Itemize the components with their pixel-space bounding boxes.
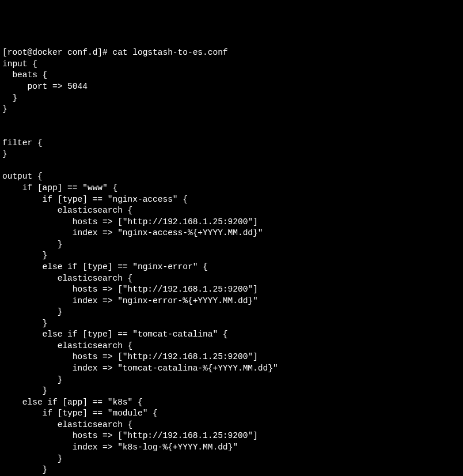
output-line: beats { — [2, 70, 461, 81]
output-line — [2, 115, 461, 127]
output-line: } — [2, 386, 461, 397]
output-line: hosts => ["http://192.168.1.25:9200"] — [2, 217, 461, 228]
output-line: elasticsearch { — [2, 341, 461, 352]
terminal-window[interactable]: [root@docker conf.d]# cat logstash-to-es… — [2, 47, 461, 476]
output-line: } — [2, 454, 461, 465]
output-line — [2, 126, 461, 138]
output-line: } — [2, 375, 461, 386]
shell-prompt: [root@docker conf.d]# — [2, 48, 112, 57]
output-line: } — [2, 104, 461, 115]
output-line: if [app] == "www" { — [2, 183, 461, 194]
output-line: else if [app] == "k8s" { — [2, 397, 461, 409]
output-line: filter { — [2, 138, 461, 149]
output-line — [2, 160, 461, 172]
output-line: index => "tomcat-catalina-%{+YYYY.MM.dd}… — [2, 363, 461, 375]
output-line: } — [2, 464, 461, 476]
output-line: if [type] == "nginx-access" { — [2, 194, 461, 206]
output-line: port => 5044 — [2, 81, 461, 93]
output-line: } — [2, 307, 461, 318]
command-text: cat logstash-to-es.conf — [112, 48, 227, 57]
output-line: else if [type] == "tomcat-catalina" { — [2, 329, 461, 341]
output-line: } — [2, 318, 461, 330]
output-line: } — [2, 250, 461, 262]
output-line: index => "nginx-error-%{+YYYY.MM.dd}" — [2, 296, 461, 307]
output-line: hosts => ["http://192.168.1.25:9200"] — [2, 284, 461, 296]
output-line: elasticsearch { — [2, 273, 461, 285]
file-output: input { beats { port => 5044 }} filter {… — [2, 59, 461, 476]
output-line: input { — [2, 59, 461, 70]
output-line: index => "nginx-access-%{+YYYY.MM.dd}" — [2, 228, 461, 239]
output-line: } — [2, 93, 461, 104]
output-line: hosts => ["http://192.168.1.25:9200"] — [2, 352, 461, 363]
output-line: index => "k8s-log-%{+YYYY.MM.dd}" — [2, 442, 461, 454]
output-line: elasticsearch { — [2, 205, 461, 217]
output-line: hosts => ["http://192.168.1.25:9200"] — [2, 430, 461, 442]
output-line: } — [2, 149, 461, 160]
output-line: elasticsearch { — [2, 420, 461, 431]
output-line: if [type] == "module" { — [2, 408, 461, 420]
output-line: else if [type] == "nginx-error" { — [2, 262, 461, 273]
output-line: } — [2, 239, 461, 251]
prompt-line: [root@docker conf.d]# cat logstash-to-es… — [2, 47, 461, 59]
output-line: output { — [2, 171, 461, 183]
